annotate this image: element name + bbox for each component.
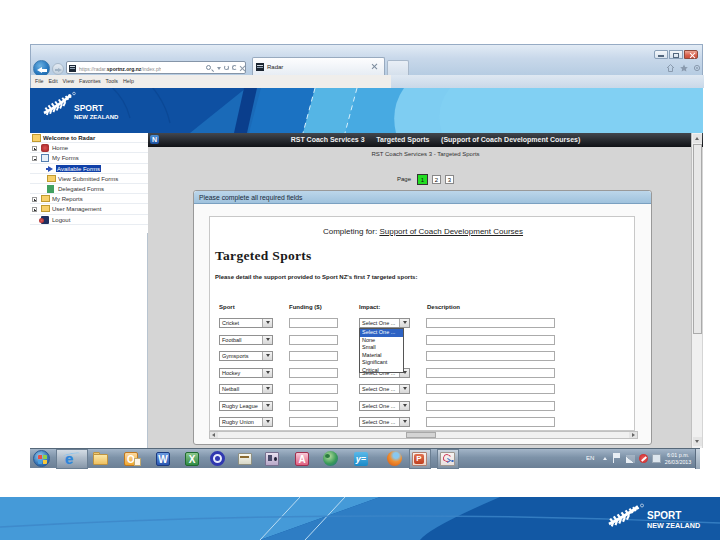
- svg-text:SPORT: SPORT: [74, 103, 104, 113]
- svg-text:NEW ZEALAND: NEW ZEALAND: [74, 114, 119, 120]
- svg-text:NEW ZEALAND: NEW ZEALAND: [647, 521, 700, 530]
- svg-text:SPORT: SPORT: [647, 510, 681, 521]
